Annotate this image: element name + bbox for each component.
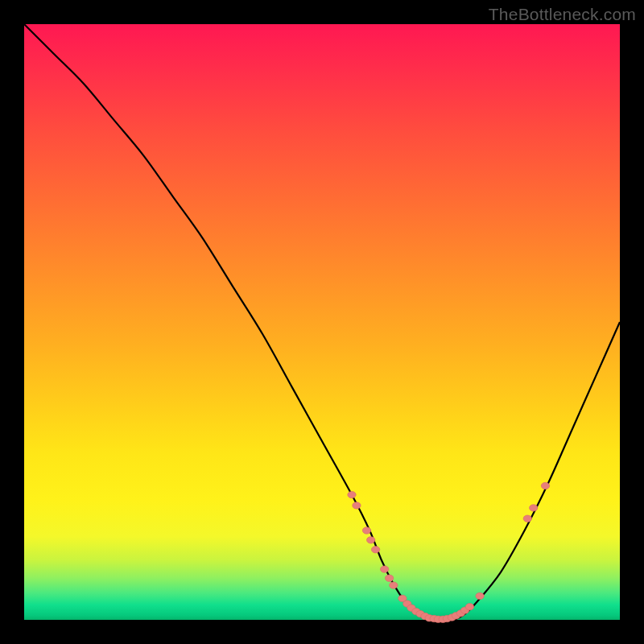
curve-markers (348, 482, 550, 622)
curve-marker (385, 575, 393, 581)
curve-marker (530, 505, 538, 511)
curve-marker (381, 566, 389, 572)
chart-frame (24, 24, 620, 620)
curve-marker (523, 515, 531, 522)
curve-marker (371, 546, 379, 552)
chart-svg (24, 24, 620, 620)
bottleneck-curve (24, 24, 620, 621)
curve-marker (362, 527, 370, 534)
curve-marker (476, 592, 484, 599)
curve-marker (366, 537, 374, 543)
curve-marker (465, 604, 473, 610)
watermark-text: TheBottleneck.com (489, 5, 636, 24)
curve-marker (353, 502, 361, 509)
curve-marker (348, 491, 356, 497)
curve-marker (390, 582, 398, 588)
curve-marker (541, 482, 549, 489)
